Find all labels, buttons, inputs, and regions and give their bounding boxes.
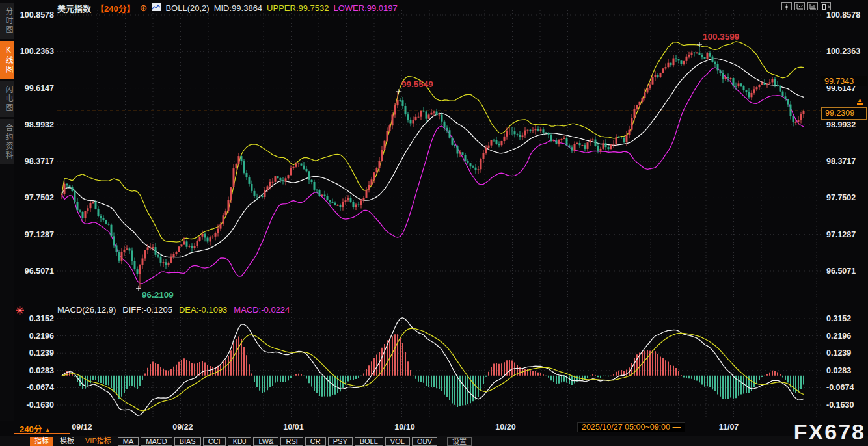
toolbar-button-15[interactable]: 设置 (447, 437, 472, 446)
axis-tick-label: 97.7502 (826, 193, 856, 202)
app-window: 分时图K线图闪电图合约资料 美元指数 【240分】 ⊕ BOLL(20,2) M… (0, 0, 868, 446)
axis-tick-label: 98.9932 (25, 120, 54, 129)
toolbar-button-4[interactable]: MACD (141, 437, 172, 446)
boll-mid-value: MID:99.3864 (214, 3, 262, 13)
price-annotation: 96.2109 (142, 290, 174, 300)
axis-tick-label: 98.9932 (826, 120, 856, 129)
highlighted-datetime: 2025/10/27 05:00~09:00 — (577, 422, 685, 432)
macd-dea-value: DEA:-0.1093 (179, 305, 227, 315)
macd-diff-value: DIFF:-0.1205 (122, 305, 172, 315)
symbol-name: 美元指数 (57, 2, 91, 14)
axis-tick-label: 99.6147 (25, 84, 54, 93)
price-annotation: 99.5549 (401, 79, 433, 89)
axis-tick-label: 100.2363 (20, 47, 54, 56)
axis-tick-label: 96.5071 (826, 267, 856, 276)
chart-thumbnail-icon[interactable] (152, 3, 161, 13)
price-alert-icon[interactable]: ▲ (857, 98, 863, 105)
time-axis: 240分 ▲ 09/1209/2210/0110/1010/2011/07 20… (0, 421, 868, 436)
date-tick-4: 10/20 (495, 423, 515, 432)
toolbar-button-12[interactable]: BOLL (355, 437, 383, 446)
axis-tick-label: 0.2196 (826, 332, 851, 341)
macd-params: MACD(26,12,9) (57, 305, 116, 315)
toolbar-button-9[interactable]: RSI (280, 437, 303, 446)
window-controls (781, 2, 831, 10)
sidebar-tab-0[interactable]: 分时图 (0, 3, 14, 39)
band-price-tag: 99.7343 (821, 76, 867, 86)
period-underline (14, 433, 70, 434)
axis-tick-label: 100.2363 (826, 47, 860, 56)
toolbar-button-7[interactable]: KDJ (228, 437, 252, 446)
axis-tick-label: 0.3152 (29, 314, 54, 323)
date-tick-3: 10/10 (394, 423, 414, 432)
toolbar-button-0[interactable]: 指标 (30, 437, 53, 446)
axis-tick-label: 100.8578 (826, 10, 860, 20)
toolbar-button-1[interactable]: 模板 (55, 437, 79, 446)
axis-tick-label: 0.2196 (29, 332, 54, 341)
boll-label: BOLL(20,2) (165, 3, 209, 13)
macd-macd-value: MACD:-0.0224 (234, 305, 290, 315)
chart-header: 美元指数 【240分】 ⊕ BOLL(20,2) MID:99.3864 UPP… (57, 2, 398, 14)
axis-tick-label: 96.5071 (25, 267, 54, 276)
boll-lower-value: LOWER:99.0197 (334, 3, 398, 13)
date-tick-0: 09/12 (72, 423, 92, 432)
date-tick-5: 11/07 (719, 423, 739, 432)
toolbar-button-10[interactable]: CR (305, 437, 326, 446)
axis-tick-label: 0.0283 (29, 366, 54, 375)
chart-type-sidebar: 分时图K线图闪电图合约资料 (0, 0, 14, 421)
axis-tick-label: 0.3152 (826, 314, 851, 323)
watermark-logo: FX678 (794, 420, 865, 443)
last-price-tag: 99.2309 (821, 107, 867, 120)
add-indicator-icon[interactable]: ⊕ (140, 4, 148, 12)
toolbar-button-11[interactable]: PSY (328, 437, 353, 446)
toolbar-button-13[interactable]: VOL (385, 437, 410, 446)
macd-pane-icon[interactable] (15, 306, 25, 318)
axis-tick-label: 0.1239 (29, 348, 54, 358)
toolbar-button-6[interactable]: CCI (203, 437, 226, 446)
axis-tick-label: 0.0283 (826, 366, 851, 375)
period-label: 【240分】 (96, 2, 135, 14)
toolbar-button-2[interactable]: VIP指标 (81, 437, 116, 446)
axis-tick-label: 97.7502 (25, 193, 54, 202)
chart-plot[interactable]: 100.8578100.8578100.2363100.236399.61479… (0, 0, 868, 421)
exit-icon[interactable] (821, 2, 831, 10)
sidebar-tab-1[interactable]: K线图 (0, 41, 14, 79)
axis-tick-label: -0.1630 (27, 400, 54, 410)
fit-height-icon[interactable] (807, 2, 818, 10)
sidebar-tab-2[interactable]: 闪电图 (0, 81, 14, 117)
price-annotation: 100.3599 (703, 32, 739, 42)
date-tick-1: 09/22 (172, 423, 193, 432)
axis-tick-label: -0.0674 (826, 383, 854, 392)
toolbar-button-3[interactable]: MA (118, 437, 139, 446)
fit-width-icon[interactable] (794, 2, 805, 10)
axis-tick-label: 100.8578 (20, 10, 54, 20)
axis-tick-label: 0.1239 (826, 348, 851, 358)
axis-tick-label: -0.1630 (826, 400, 854, 410)
axis-tick-label: 98.3717 (826, 157, 856, 166)
toolbar-button-5[interactable]: BIAS (174, 437, 201, 446)
crosshair-icon[interactable] (781, 2, 792, 10)
indicator-toolbar: 指标模板VIP指标MAMACDBIASCCIKDJLW&RSICRPSYBOLL… (0, 436, 868, 446)
axis-tick-label: 98.3717 (25, 157, 54, 166)
axis-tick-label: 97.1287 (826, 230, 856, 239)
macd-header: MACD(26,12,9) DIFF:-0.1205 DEA:-0.1093 M… (57, 305, 290, 315)
toolbar-button-8[interactable]: LW& (253, 437, 278, 446)
boll-upper-value: UPPER:99.7532 (267, 3, 329, 13)
sidebar-tab-3[interactable]: 合约资料 (0, 119, 14, 164)
date-tick-2: 10/01 (283, 423, 303, 432)
axis-tick-label: -0.0674 (27, 383, 54, 392)
toolbar-button-14[interactable]: OBV (412, 437, 437, 446)
axis-tick-label: 97.1287 (25, 230, 54, 239)
